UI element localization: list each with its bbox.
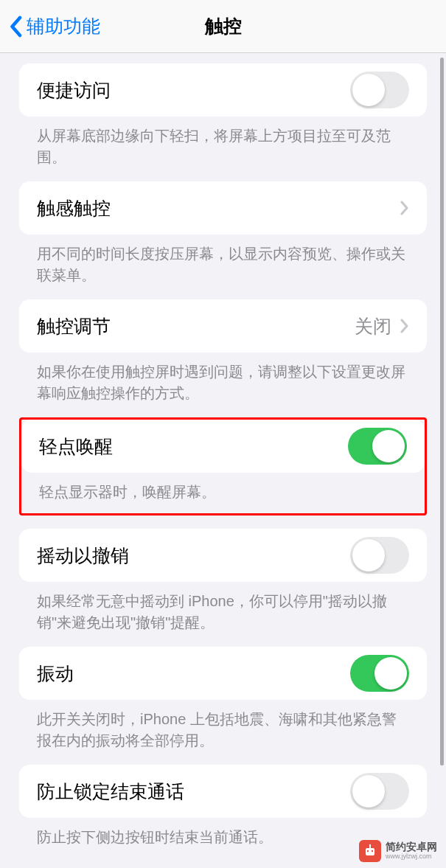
vibration-toggle[interactable] (350, 655, 409, 692)
cell-prevent-lock-end-call[interactable]: 防止锁定结束通话 (19, 765, 427, 818)
prevent-lock-end-call-toggle[interactable] (350, 773, 409, 810)
watermark-robot-icon (359, 840, 381, 862)
shake-to-undo-toggle[interactable] (350, 537, 409, 574)
section-haptic-touch: 触感触控 用不同的时间长度按压屏幕，以显示内容预览、操作或关联菜单。 (0, 181, 446, 286)
svg-rect-0 (366, 848, 374, 855)
toggle-knob (372, 430, 405, 462)
cell-tap-to-wake[interactable]: 轻点唤醒 (21, 420, 425, 473)
back-button[interactable]: 辅助功能 (0, 14, 100, 38)
footer-text: 轻点显示器时，唤醒屏幕。 (21, 482, 425, 503)
back-chevron-icon (9, 15, 22, 38)
footer-text: 如果经常无意中摇动到 iPhone，你可以停用"摇动以撤销"来避免出现"撤销"提… (19, 591, 427, 633)
toggle-knob (374, 657, 407, 690)
cell-label: 摇动以撤销 (37, 544, 129, 568)
toggle-knob (352, 539, 385, 572)
page-title: 触控 (205, 14, 242, 38)
cell-haptic-touch[interactable]: 触感触控 (19, 181, 427, 235)
cell-label: 触控调节 (37, 314, 111, 338)
section-prevent-lock-end-call: 防止锁定结束通话 防止按下侧边按钮时结束当前通话。 (0, 765, 446, 848)
chevron-right-icon (400, 319, 409, 333)
footer-text: 用不同的时间长度按压屏幕，以显示内容预览、操作或关联菜单。 (19, 243, 427, 286)
cell-label: 防止锁定结束通话 (37, 780, 184, 804)
cell-label: 触感触控 (37, 196, 111, 221)
svg-point-4 (369, 844, 371, 846)
section-vibration: 振动 此开关关闭时，iPhone 上包括地震、海啸和其他紧急警报在内的振动将全部… (0, 647, 446, 751)
cell-reachability[interactable]: 便捷访问 (19, 63, 427, 117)
watermark-title: 简约安卓网 (386, 841, 437, 853)
footer-text: 从屏幕底部边缘向下轻扫，将屏幕上方项目拉至可及范围。 (19, 125, 427, 168)
chevron-right-icon (400, 201, 409, 215)
cell-label: 便捷访问 (37, 78, 111, 103)
footer-text: 如果你在使用触控屏时遇到问题，请调整以下设置更改屏幕响应触控操作的方式。 (19, 361, 427, 404)
section-shake-to-undo: 摇动以撤销 如果经常无意中摇动到 iPhone，你可以停用"摇动以撤销"来避免出… (0, 529, 446, 633)
cell-touch-accommodations[interactable]: 触控调节 关闭 (19, 299, 427, 353)
scrollbar-icon[interactable] (440, 58, 444, 765)
tap-to-wake-toggle[interactable] (348, 428, 407, 465)
watermark-url: www.jylzwj.com (386, 853, 437, 861)
cell-vibration[interactable]: 振动 (19, 647, 427, 700)
navigation-header: 辅助功能 触控 (0, 0, 446, 53)
toggle-knob (352, 74, 385, 106)
highlighted-section: 轻点唤醒 轻点显示器时，唤醒屏幕。 (19, 417, 427, 515)
toggle-knob (352, 775, 385, 808)
back-label: 辅助功能 (27, 14, 100, 38)
svg-point-2 (372, 850, 373, 852)
reachability-toggle[interactable] (350, 72, 409, 108)
watermark: 简约安卓网 www.jylzwj.com (359, 840, 437, 862)
svg-point-1 (367, 850, 369, 852)
svg-rect-3 (369, 846, 371, 848)
section-reachability: 便捷访问 从屏幕底部边缘向下轻扫，将屏幕上方项目拉至可及范围。 (0, 63, 446, 168)
content-area: 便捷访问 从屏幕底部边缘向下轻扫，将屏幕上方项目拉至可及范围。 触感触控 用不同… (0, 53, 446, 868)
cell-shake-to-undo[interactable]: 摇动以撤销 (19, 529, 427, 582)
cell-value: 关闭 (355, 314, 391, 338)
footer-text: 此开关关闭时，iPhone 上包括地震、海啸和其他紧急警报在内的振动将全部停用。 (19, 709, 427, 751)
section-touch-accommodations: 触控调节 关闭 如果你在使用触控屏时遇到问题，请调整以下设置更改屏幕响应触控操作… (0, 299, 446, 404)
cell-label: 轻点唤醒 (39, 434, 113, 459)
cell-label: 振动 (37, 662, 74, 686)
